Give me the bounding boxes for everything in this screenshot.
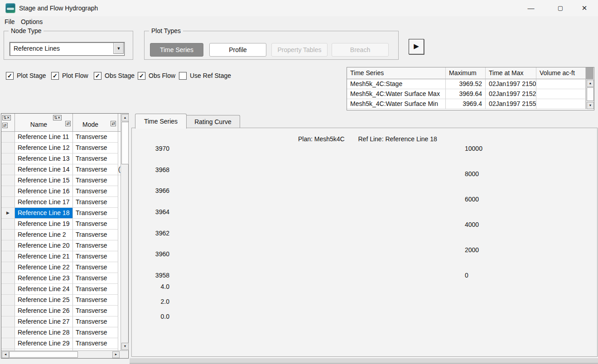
row-selector-cell[interactable] bbox=[1, 306, 15, 316]
reference-line-name[interactable]: Reference Line 22 bbox=[15, 262, 73, 273]
scrollbar-thumb[interactable] bbox=[587, 87, 594, 101]
maximize-button[interactable]: ▢ bbox=[550, 0, 571, 16]
scroll-up-icon[interactable]: ▲ bbox=[587, 80, 594, 87]
reference-line-name[interactable]: Reference Line 23 bbox=[15, 273, 73, 284]
menu-file[interactable]: File bbox=[5, 16, 15, 28]
reference-line-name[interactable]: Reference Line 18 bbox=[15, 208, 73, 219]
checkbox-plot-flow[interactable]: ✓Plot Flow bbox=[51, 71, 88, 81]
reference-line-name[interactable]: Reference Line 2 bbox=[15, 230, 73, 240]
time-series-button[interactable]: Time Series bbox=[150, 43, 203, 57]
close-button[interactable]: ✕ bbox=[574, 0, 595, 16]
scroll-left-icon[interactable]: ◄ bbox=[2, 351, 9, 358]
reference-line-row[interactable]: Reference Line 29Transverse bbox=[1, 338, 118, 349]
reference-line-name[interactable]: Reference Line 11 bbox=[15, 132, 73, 143]
row-selector-cell[interactable] bbox=[1, 132, 15, 143]
reference-line-name[interactable]: Reference Line 14 bbox=[15, 164, 73, 175]
row-selector-cell[interactable] bbox=[1, 295, 15, 306]
reference-line-row[interactable]: Reference Line 23Transverse bbox=[1, 273, 118, 284]
animate-play-button[interactable]: ▶ bbox=[409, 39, 424, 54]
row-selector-cell[interactable] bbox=[1, 251, 15, 262]
reference-line-row[interactable]: Reference Line 19Transverse bbox=[1, 219, 118, 230]
reference-line-name[interactable]: Reference Line 26 bbox=[15, 306, 73, 316]
checkbox-obs-flow[interactable]: ✓Obs Flow bbox=[138, 71, 175, 81]
reference-line-row[interactable]: Reference Line 12Transverse bbox=[1, 143, 118, 153]
reference-line-row[interactable]: Reference Line 20Transverse bbox=[1, 240, 118, 251]
column-resize-icon[interactable]: ⇄ bbox=[65, 121, 71, 126]
reference-line-name[interactable]: Reference Line 28 bbox=[15, 327, 73, 338]
reference-line-name[interactable]: Reference Line 15 bbox=[15, 175, 73, 186]
checked-checkbox-icon[interactable]: ✓ bbox=[138, 72, 145, 80]
row-selector-cell[interactable] bbox=[1, 273, 15, 284]
row-selector-cell[interactable] bbox=[1, 240, 15, 251]
row-selector-cell[interactable] bbox=[1, 164, 15, 175]
profile-button[interactable]: Profile bbox=[209, 43, 266, 57]
reference-line-name[interactable]: Reference Line 17 bbox=[15, 197, 73, 208]
reference-line-row[interactable]: Reference Line 16Transverse bbox=[1, 186, 118, 197]
row-selector-cell[interactable] bbox=[1, 316, 15, 327]
sort-icon[interactable]: ⇅✕ bbox=[53, 115, 62, 120]
reference-line-name[interactable]: Reference Line 29 bbox=[15, 338, 73, 349]
summary-table-vertical-scrollbar[interactable]: ▲▼ bbox=[586, 79, 594, 109]
row-selector-cell[interactable] bbox=[1, 284, 15, 295]
row-selector-cell[interactable] bbox=[1, 230, 15, 240]
scroll-down-icon[interactable]: ▼ bbox=[121, 343, 129, 350]
reference-line-name[interactable]: Reference Line 16 bbox=[15, 186, 73, 197]
row-selector-cell[interactable] bbox=[1, 197, 15, 208]
current-row-marker-icon[interactable]: ▶ bbox=[1, 208, 15, 219]
minimize-button[interactable]: — bbox=[521, 0, 541, 16]
row-selector-cell[interactable] bbox=[1, 153, 15, 164]
reference-line-row[interactable]: Reference Line 17Transverse bbox=[1, 197, 118, 208]
row-selector-cell[interactable] bbox=[1, 175, 15, 186]
tab-time-series[interactable]: Time Series bbox=[135, 114, 187, 129]
scroll-right-icon[interactable]: ► bbox=[112, 351, 120, 358]
reference-line-row[interactable]: Reference Line 21Transverse bbox=[1, 251, 118, 262]
reference-line-name[interactable]: Reference Line 24 bbox=[15, 284, 73, 295]
checked-checkbox-icon[interactable]: ✓ bbox=[51, 72, 59, 80]
checked-checkbox-icon[interactable]: ✓ bbox=[6, 72, 14, 80]
scrollbar-thumb[interactable] bbox=[121, 122, 129, 164]
checkbox-plot-stage[interactable]: ✓Plot Stage bbox=[6, 71, 46, 81]
reference-line-row[interactable]: Reference Line 27Transverse bbox=[1, 316, 118, 327]
combobox-dropdown-arrow-icon[interactable]: ▼ bbox=[113, 43, 124, 54]
reference-line-row[interactable]: Reference Line 11Transverse bbox=[1, 132, 118, 143]
scroll-down-icon[interactable]: ▼ bbox=[587, 102, 594, 109]
sort-icon[interactable]: ⇅✕ bbox=[2, 115, 11, 120]
column-resize-icon[interactable]: ⇄ bbox=[2, 123, 8, 128]
mode-column-header[interactable]: Mode ⇄ bbox=[73, 114, 118, 132]
column-resize-icon[interactable]: ⇄ bbox=[111, 121, 116, 126]
unchecked-checkbox-icon[interactable] bbox=[179, 72, 187, 80]
scrollbar-thumb[interactable] bbox=[9, 351, 78, 358]
row-selector-cell[interactable] bbox=[1, 143, 15, 153]
reference-line-row[interactable]: Reference Line 13Transverse bbox=[1, 153, 118, 164]
reference-line-row[interactable]: ▶Reference Line 18Transverse bbox=[1, 208, 118, 219]
tab-rating-curve[interactable]: Rating Curve bbox=[186, 115, 240, 128]
reference-line-row[interactable]: Reference Line 22Transverse bbox=[1, 262, 118, 273]
reference-table-horizontal-scrollbar[interactable]: ◄ ► bbox=[1, 350, 128, 358]
reference-line-row[interactable]: Reference Line 25Transverse bbox=[1, 295, 118, 306]
scroll-up-icon[interactable]: ▲ bbox=[121, 114, 129, 121]
menu-options[interactable]: Options bbox=[21, 16, 43, 28]
reference-line-name[interactable]: Reference Line 19 bbox=[15, 219, 73, 230]
node-type-combobox[interactable]: Reference Lines ▼ bbox=[10, 42, 125, 56]
reference-line-row[interactable]: Reference Line 26Transverse bbox=[1, 306, 118, 316]
reference-line-name[interactable]: Reference Line 27 bbox=[15, 316, 73, 327]
row-selector-cell[interactable] bbox=[1, 186, 15, 197]
row-selector-cell[interactable] bbox=[1, 262, 15, 273]
reference-line-row[interactable]: Reference Line 2Transverse bbox=[1, 230, 118, 240]
row-selector-cell[interactable] bbox=[1, 327, 15, 338]
reference-line-name[interactable]: Reference Line 13 bbox=[15, 153, 73, 164]
row-selector-cell[interactable] bbox=[1, 219, 15, 230]
checked-checkbox-icon[interactable]: ✓ bbox=[94, 72, 101, 80]
reference-line-row[interactable]: Reference Line 24Transverse bbox=[1, 284, 118, 295]
reference-line-row[interactable]: Reference Line 15Transverse bbox=[1, 175, 118, 186]
reference-line-name[interactable]: Reference Line 21 bbox=[15, 251, 73, 262]
reference-line-row[interactable]: Reference Line 14Transverse( bbox=[1, 164, 118, 175]
reference-line-name[interactable]: Reference Line 25 bbox=[15, 295, 73, 306]
reference-line-name[interactable]: Reference Line 12 bbox=[15, 143, 73, 153]
name-column-header[interactable]: Name ⇅✕ ⇄ bbox=[15, 114, 73, 132]
row-selector-cell[interactable] bbox=[1, 338, 15, 349]
reference-table-vertical-scrollbar[interactable]: ▲ ▼ bbox=[121, 114, 128, 350]
reference-line-row[interactable]: Reference Line 28Transverse bbox=[1, 327, 118, 338]
checkbox-obs-stage[interactable]: ✓Obs Stage bbox=[94, 71, 135, 81]
panel-horizontal-scrollbar[interactable] bbox=[130, 358, 598, 364]
